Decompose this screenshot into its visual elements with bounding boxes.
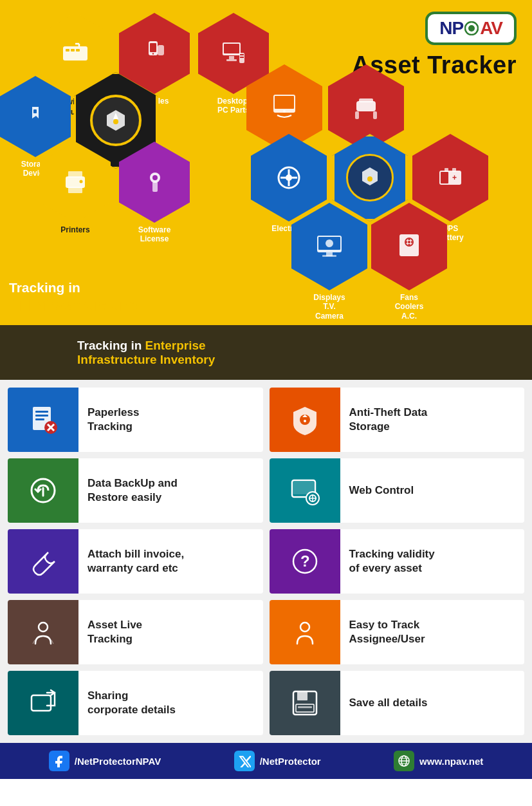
hex-fans-label: FansCoolersA.C.: [395, 293, 424, 321]
svg-point-49: [408, 241, 410, 243]
hex-desktop-label: Desktop,PC Parts: [217, 97, 250, 115]
feature-paperless: PaperlessTracking: [8, 388, 263, 452]
svg-rect-45: [322, 255, 336, 257]
hex-fans: FansCoolersA.C.: [371, 203, 447, 321]
svg-rect-20: [275, 96, 294, 109]
svg-rect-5: [76, 49, 80, 52]
feature-icon-paperless: [8, 388, 78, 452]
feature-attach: Attach bill invoice,warranty card etc: [8, 529, 263, 594]
svg-rect-38: [452, 168, 456, 172]
svg-rect-27: [68, 171, 82, 178]
hex-printers-label: Printers: [60, 225, 89, 234]
svg-rect-11: [224, 44, 239, 53]
feature-icon-antitheft: [270, 388, 340, 452]
feature-icon-share: [8, 671, 78, 735]
twitter-icon: [234, 751, 255, 771]
footer-twitter-label: /NetProtector: [260, 756, 321, 767]
feature-icon-validity: ?: [270, 529, 340, 594]
feature-livetrack: Asset LiveTracking: [8, 600, 263, 664]
svg-rect-17: [33, 109, 37, 113]
hex-printers: Printers: [40, 142, 111, 234]
svg-rect-53: [35, 418, 44, 420]
svg-rect-23: [355, 111, 359, 119]
svg-rect-70: [32, 695, 51, 711]
footer-website-label: www.npav.net: [419, 756, 483, 767]
footer-bar: /NetProtectorNPAV /NetProtector www.npav…: [0, 743, 532, 779]
footer-facebook-label: /NetProtectorNPAV: [75, 756, 161, 767]
svg-text:+: +: [452, 173, 457, 182]
feature-text-paperless: PaperlessTracking: [78, 398, 148, 442]
feature-text-backup: Data BackUp andRestore easily: [78, 469, 187, 512]
dark-bar: Tracking in EnterpriseInfrastructure Inv…: [0, 325, 532, 380]
svg-point-58: [304, 420, 306, 422]
logo-np: NP: [439, 18, 463, 39]
svg-rect-74: [298, 706, 312, 708]
svg-rect-51: [35, 411, 48, 413]
svg-rect-22: [356, 101, 376, 111]
feature-icon-save: [270, 671, 340, 735]
feature-text-livetrack: Asset LiveTracking: [78, 610, 151, 654]
tracking-it-text: Tracking in IT Infrastructure: [9, 280, 137, 315]
hex-displays-label: DisplaysT.V.Camera: [313, 293, 345, 321]
svg-text:−: −: [443, 173, 448, 182]
svg-rect-13: [226, 59, 237, 61]
svg-rect-37: [445, 168, 448, 172]
svg-rect-72: [297, 691, 307, 700]
logo-av: AV: [480, 18, 502, 39]
footer-facebook: /NetProtectorNPAV: [49, 751, 161, 771]
feature-icon-livetrack: [8, 600, 78, 664]
svg-point-69: [300, 623, 309, 632]
footer-website: www.npav.net: [394, 751, 483, 771]
hex-software: SoftwareLicense: [119, 142, 190, 244]
feature-text-webcontrol: Web Control: [340, 476, 423, 505]
svg-rect-12: [229, 56, 234, 59]
svg-point-34: [286, 174, 292, 181]
svg-rect-2: [63, 46, 87, 61]
feature-icon-assignee: [270, 600, 340, 664]
svg-rect-25: [359, 98, 373, 102]
feature-icon-attach: [8, 529, 78, 594]
hex-displays: DisplaysT.V.Camera: [291, 203, 367, 321]
tracking-it-line1: Tracking in: [9, 280, 137, 295]
feature-icon-webcontrol: [270, 458, 340, 523]
svg-rect-52: [35, 415, 48, 417]
svg-point-29: [80, 180, 83, 183]
svg-rect-4: [71, 49, 75, 52]
feature-text-attach: Attach bill invoice,warranty card etc: [78, 539, 193, 583]
feature-backup: Data BackUp andRestore easily: [8, 458, 263, 523]
svg-point-21: [283, 110, 286, 113]
hex-software-label: SoftwareLicense: [138, 225, 171, 244]
logo-badge: NP AV: [425, 12, 517, 45]
feature-text-validity: Tracking validityof every asset: [340, 539, 444, 583]
feature-icon-backup: [8, 458, 78, 523]
svg-rect-7: [150, 43, 156, 52]
footer-twitter: /NetProtector: [234, 751, 321, 771]
feature-assignee: Easy to TrackAssignee/User: [270, 600, 525, 664]
feature-webcontrol: Web Control: [270, 458, 525, 523]
svg-point-46: [326, 239, 333, 247]
svg-rect-28: [68, 187, 82, 193]
svg-point-1: [468, 25, 475, 32]
website-icon: [394, 751, 414, 771]
features-grid: PaperlessTracking Anti-Theft DataStorage…: [8, 388, 524, 735]
feature-antitheft: Anti-Theft DataStorage: [270, 388, 525, 452]
svg-point-32: [152, 175, 158, 180]
facebook-icon: [49, 751, 69, 771]
svg-point-8: [152, 53, 154, 54]
tracking-it-line2: IT Infrastructure: [9, 295, 137, 315]
feature-text-save: Save all details: [340, 688, 437, 718]
feature-validity: ? Tracking validityof every asset: [270, 529, 525, 594]
tracking-enterprise-text: Tracking in EnterpriseInfrastructure Inv…: [77, 339, 215, 367]
svg-rect-15: [240, 54, 244, 55]
features-section: PaperlessTracking Anti-Theft DataStorage…: [0, 380, 532, 743]
svg-point-35: [367, 176, 372, 182]
feature-text-assignee: Easy to TrackAssignee/User: [340, 610, 434, 654]
svg-rect-31: [152, 182, 158, 192]
top-section: NP AV Asset Tracker Switch,Routers Mobil…: [0, 0, 532, 380]
svg-rect-24: [373, 111, 377, 119]
svg-text:?: ?: [300, 552, 310, 570]
feature-text-share: Sharingcorporate details: [78, 681, 185, 725]
feature-text-antitheft: Anti-Theft DataStorage: [340, 398, 437, 442]
svg-point-18: [113, 119, 118, 124]
feature-share: Sharingcorporate details: [8, 671, 263, 735]
